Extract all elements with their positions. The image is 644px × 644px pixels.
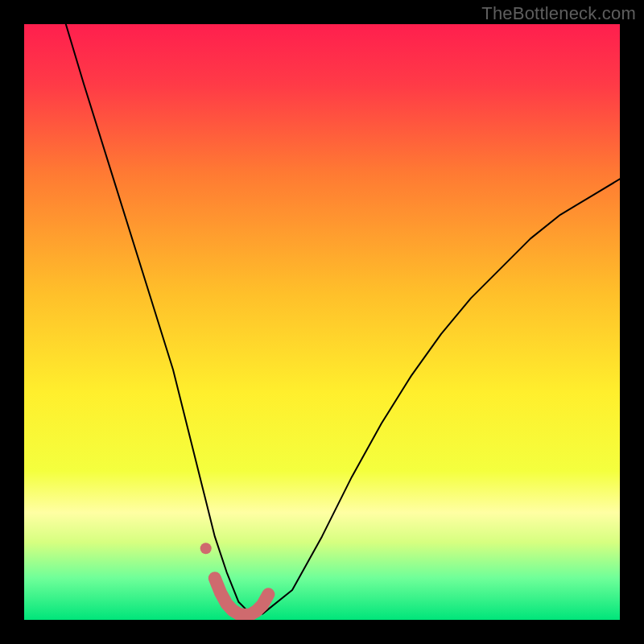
chart-lines-layer	[24, 24, 620, 620]
watermark-text: TheBottleneck.com	[481, 3, 636, 24]
chart-plot-area	[24, 24, 620, 620]
series-bottleneck-curve	[66, 24, 620, 614]
chart-frame: TheBottleneck.com	[0, 0, 644, 644]
series-optimal-band-marker	[215, 578, 269, 615]
series-optimal-band-dot	[200, 543, 212, 554]
